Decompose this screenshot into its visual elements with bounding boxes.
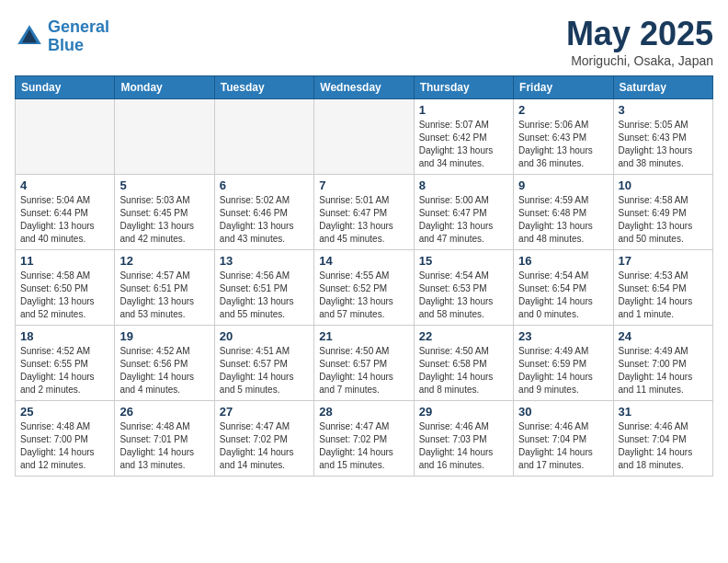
calendar-cell: 19Sunrise: 4:52 AM Sunset: 6:56 PM Dayli… [115, 326, 214, 401]
calendar-cell: 13Sunrise: 4:56 AM Sunset: 6:51 PM Dayli… [214, 250, 313, 326]
day-number: 3 [619, 103, 708, 117]
day-info: Sunrise: 5:02 AM Sunset: 6:46 PM Dayligh… [220, 194, 309, 246]
day-info: Sunrise: 4:58 AM Sunset: 6:50 PM Dayligh… [20, 270, 109, 321]
day-number: 20 [220, 329, 309, 343]
day-number: 21 [319, 329, 408, 343]
day-number: 13 [220, 254, 309, 268]
calendar: SundayMondayTuesdayWednesdayThursdayFrid… [15, 75, 713, 477]
page-header: General Blue May 2025 Moriguchi, Osaka, … [15, 15, 713, 68]
logo-text: General Blue [48, 18, 109, 55]
day-header-saturday: Saturday [613, 76, 712, 99]
calendar-cell: 1Sunrise: 5:07 AM Sunset: 6:42 PM Daylig… [414, 99, 513, 175]
day-info: Sunrise: 4:46 AM Sunset: 7:04 PM Dayligh… [518, 420, 608, 472]
day-number: 29 [419, 405, 508, 419]
day-number: 5 [119, 178, 209, 192]
day-number: 12 [119, 254, 209, 268]
day-number: 15 [419, 254, 508, 268]
calendar-cell: 9Sunrise: 4:59 AM Sunset: 6:48 PM Daylig… [514, 175, 613, 250]
title-block: May 2025 Moriguchi, Osaka, Japan [566, 15, 713, 68]
day-info: Sunrise: 4:49 AM Sunset: 6:59 PM Dayligh… [518, 345, 608, 396]
day-number: 28 [319, 405, 408, 419]
day-header-sunday: Sunday [16, 76, 115, 99]
day-info: Sunrise: 4:49 AM Sunset: 7:00 PM Dayligh… [619, 345, 708, 396]
day-info: Sunrise: 5:04 AM Sunset: 6:44 PM Dayligh… [20, 194, 109, 246]
calendar-cell: 8Sunrise: 5:00 AM Sunset: 6:47 PM Daylig… [414, 175, 513, 250]
day-number: 10 [619, 178, 708, 192]
calendar-cell [115, 99, 214, 175]
day-number: 11 [20, 254, 109, 268]
calendar-cell: 26Sunrise: 4:48 AM Sunset: 7:01 PM Dayli… [115, 401, 214, 477]
day-number: 9 [518, 178, 608, 192]
calendar-cell: 12Sunrise: 4:57 AM Sunset: 6:51 PM Dayli… [115, 250, 214, 326]
day-info: Sunrise: 5:01 AM Sunset: 6:47 PM Dayligh… [319, 194, 408, 246]
calendar-week-4: 25Sunrise: 4:48 AM Sunset: 7:00 PM Dayli… [16, 401, 713, 477]
day-info: Sunrise: 4:59 AM Sunset: 6:48 PM Dayligh… [518, 194, 608, 246]
calendar-cell: 11Sunrise: 4:58 AM Sunset: 6:50 PM Dayli… [16, 250, 115, 326]
logo-line2: Blue [48, 36, 84, 54]
day-info: Sunrise: 4:52 AM Sunset: 6:56 PM Dayligh… [119, 345, 209, 396]
day-info: Sunrise: 4:48 AM Sunset: 7:00 PM Dayligh… [20, 420, 109, 472]
calendar-cell: 3Sunrise: 5:05 AM Sunset: 6:43 PM Daylig… [613, 99, 712, 175]
day-info: Sunrise: 5:00 AM Sunset: 6:47 PM Dayligh… [419, 194, 508, 246]
day-info: Sunrise: 4:47 AM Sunset: 7:02 PM Dayligh… [319, 420, 408, 472]
location: Moriguchi, Osaka, Japan [566, 53, 713, 68]
calendar-cell: 30Sunrise: 4:46 AM Sunset: 7:04 PM Dayli… [514, 401, 613, 477]
logo-line1: General [48, 17, 109, 36]
day-number: 14 [319, 254, 408, 268]
calendar-cell: 10Sunrise: 4:58 AM Sunset: 6:49 PM Dayli… [613, 175, 712, 250]
calendar-week-3: 18Sunrise: 4:52 AM Sunset: 6:55 PM Dayli… [16, 326, 713, 401]
day-header-tuesday: Tuesday [214, 76, 313, 99]
day-info: Sunrise: 4:50 AM Sunset: 6:58 PM Dayligh… [419, 345, 508, 396]
calendar-cell: 15Sunrise: 4:54 AM Sunset: 6:53 PM Dayli… [414, 250, 513, 326]
day-number: 19 [119, 329, 209, 343]
day-info: Sunrise: 4:47 AM Sunset: 7:02 PM Dayligh… [220, 420, 309, 472]
day-number: 8 [419, 178, 508, 192]
logo: General Blue [15, 18, 109, 55]
day-number: 4 [20, 178, 109, 192]
calendar-cell: 2Sunrise: 5:06 AM Sunset: 6:43 PM Daylig… [514, 99, 613, 175]
day-number: 25 [20, 405, 109, 419]
calendar-cell: 16Sunrise: 4:54 AM Sunset: 6:54 PM Dayli… [514, 250, 613, 326]
day-info: Sunrise: 4:53 AM Sunset: 6:54 PM Dayligh… [619, 270, 708, 321]
calendar-cell: 28Sunrise: 4:47 AM Sunset: 7:02 PM Dayli… [314, 401, 414, 477]
day-info: Sunrise: 4:46 AM Sunset: 7:03 PM Dayligh… [419, 420, 508, 472]
calendar-cell [314, 99, 414, 175]
day-number: 17 [619, 254, 708, 268]
calendar-cell: 17Sunrise: 4:53 AM Sunset: 6:54 PM Dayli… [613, 250, 712, 326]
calendar-cell: 23Sunrise: 4:49 AM Sunset: 6:59 PM Dayli… [514, 326, 613, 401]
calendar-cell: 4Sunrise: 5:04 AM Sunset: 6:44 PM Daylig… [16, 175, 115, 250]
day-info: Sunrise: 5:07 AM Sunset: 6:42 PM Dayligh… [419, 119, 508, 170]
calendar-header-row: SundayMondayTuesdayWednesdayThursdayFrid… [16, 76, 713, 99]
calendar-cell [16, 99, 115, 175]
day-number: 24 [619, 329, 708, 343]
day-info: Sunrise: 4:56 AM Sunset: 6:51 PM Dayligh… [220, 270, 309, 321]
day-info: Sunrise: 4:54 AM Sunset: 6:54 PM Dayligh… [518, 270, 608, 321]
calendar-cell: 21Sunrise: 4:50 AM Sunset: 6:57 PM Dayli… [314, 326, 414, 401]
day-number: 18 [20, 329, 109, 343]
calendar-cell: 22Sunrise: 4:50 AM Sunset: 6:58 PM Dayli… [414, 326, 513, 401]
logo-icon [15, 22, 44, 52]
day-number: 1 [419, 103, 508, 117]
calendar-week-1: 4Sunrise: 5:04 AM Sunset: 6:44 PM Daylig… [16, 175, 713, 250]
day-info: Sunrise: 4:51 AM Sunset: 6:57 PM Dayligh… [220, 345, 309, 396]
day-info: Sunrise: 5:03 AM Sunset: 6:45 PM Dayligh… [119, 194, 209, 246]
day-header-monday: Monday [115, 76, 214, 99]
calendar-cell: 27Sunrise: 4:47 AM Sunset: 7:02 PM Dayli… [214, 401, 313, 477]
day-number: 27 [220, 405, 309, 419]
calendar-cell: 25Sunrise: 4:48 AM Sunset: 7:00 PM Dayli… [16, 401, 115, 477]
day-number: 30 [518, 405, 608, 419]
calendar-cell: 7Sunrise: 5:01 AM Sunset: 6:47 PM Daylig… [314, 175, 414, 250]
day-number: 26 [119, 405, 209, 419]
day-info: Sunrise: 4:52 AM Sunset: 6:55 PM Dayligh… [20, 345, 109, 396]
day-info: Sunrise: 4:55 AM Sunset: 6:52 PM Dayligh… [319, 270, 408, 321]
day-number: 6 [220, 178, 309, 192]
day-info: Sunrise: 4:50 AM Sunset: 6:57 PM Dayligh… [319, 345, 408, 396]
calendar-cell: 29Sunrise: 4:46 AM Sunset: 7:03 PM Dayli… [414, 401, 513, 477]
day-number: 23 [518, 329, 608, 343]
day-header-thursday: Thursday [414, 76, 513, 99]
day-header-wednesday: Wednesday [314, 76, 414, 99]
calendar-week-2: 11Sunrise: 4:58 AM Sunset: 6:50 PM Dayli… [16, 250, 713, 326]
day-number: 22 [419, 329, 508, 343]
day-number: 7 [319, 178, 408, 192]
calendar-cell: 31Sunrise: 4:46 AM Sunset: 7:04 PM Dayli… [613, 401, 712, 477]
